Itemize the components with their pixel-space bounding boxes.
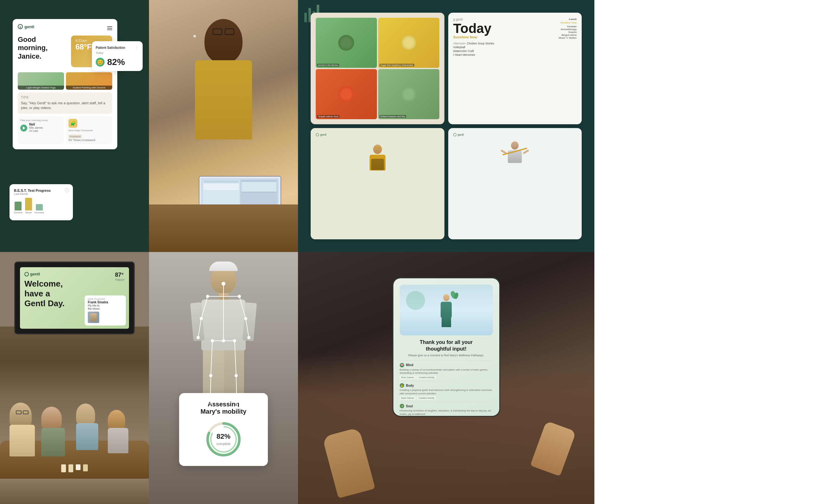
- gentl-logo-small-2: gentl: [453, 133, 577, 136]
- tv-logo: gentl: [25, 271, 125, 277]
- food-img-3: Teriyaki salmon bowl: [316, 69, 377, 119]
- person-card-2: gentl: [448, 128, 582, 240]
- bar-increase: Increase: [35, 204, 44, 214]
- mind-brain-games-btn[interactable]: Brain Games: [400, 376, 416, 379]
- food-img-4: Grilled tomatoes and feta: [378, 69, 439, 119]
- satisfaction-menu[interactable]: ⋮: [134, 45, 139, 50]
- body-desc: Creating a physical guide that balances …: [400, 389, 493, 395]
- bar-decline-label: Decline: [14, 211, 23, 214]
- man-laptop-photo: [149, 0, 298, 252]
- thank-you-subtitle: Please give us a moment to find Mary's W…: [400, 354, 493, 357]
- today-card: g gentl Today Sunshine Now Lunch Sunshin…: [448, 13, 582, 124]
- crossword-sub: NY Times Crossword: [69, 138, 110, 142]
- food-label-1: served in the kitchen: [317, 64, 339, 67]
- crossword-status: Unplayed: [69, 135, 82, 138]
- cell-bottom-right: Thank you for all yourthoughtful input! …: [298, 252, 594, 504]
- wellness-soul: ✨ Soul Introducing reminders of laughter…: [400, 402, 493, 417]
- mockup-collage: served in the kitchen Sugar-free raspber…: [298, 0, 594, 252]
- lunch-snacks: Snacks: [558, 31, 577, 34]
- progress-ring: 82% complete: [204, 420, 243, 458]
- mind-buttons: Brain Games Creative Activity: [400, 376, 493, 379]
- tip-label: Tips: [21, 95, 109, 100]
- cell-top-right: served in the kitchen Sugar-free raspber…: [298, 0, 594, 252]
- satisfaction-percent: 82%: [107, 57, 125, 67]
- mini-card-music[interactable]: Play your morning music Neil Ells James …: [18, 116, 64, 144]
- lunch-highlight: Sunshine Now: [558, 21, 577, 24]
- lunch-label: Lunch: [558, 18, 577, 20]
- bar-increase-label: Increase: [35, 211, 44, 214]
- tv-content: gentl 87° TODAY Welcome,have aGentl Day.…: [20, 267, 129, 329]
- tv-screen: gentl 87° TODAY Welcome,have aGentl Day.…: [14, 261, 135, 334]
- gentl-logo: g gentl: [18, 24, 34, 29]
- tv-temp-unit: TODAY: [115, 278, 125, 282]
- body-creative-btn[interactable]: Creative Activity: [417, 396, 436, 400]
- best-test-card: i B.E.S.T. Test Progress Last Month Decl…: [9, 184, 73, 220]
- food-img-1: served in the kitchen: [316, 18, 377, 68]
- music-song-line2: At Last: [29, 129, 43, 132]
- activity-label-yoga: Light-Weight Seated Yoga: [18, 86, 64, 90]
- body-label: Body: [406, 384, 414, 387]
- music-artist: Neil: [29, 123, 43, 126]
- tablet-content: Thank you for all yourthoughtful input! …: [298, 252, 594, 504]
- wellness-mind: 🧠 Mind Building a variety of connections…: [400, 361, 493, 379]
- mini-card-crossword[interactable]: 🧩 New Daily Crossword Unplayed NY Times …: [66, 116, 112, 144]
- tv-temperature: 87° TODAY: [115, 271, 125, 282]
- mobility-content: AssessingMary's mobility 82% complete: [149, 252, 298, 504]
- wellness-sections: 🧠 Mind Building a variety of connections…: [400, 361, 493, 417]
- tablet-device: Thank you for all yourthoughtful input! …: [392, 277, 500, 417]
- app-name: gentl: [25, 25, 34, 29]
- mobility-complete-label: complete: [216, 442, 231, 446]
- now-playing-song: Fly Me tothe Moon: [88, 304, 123, 310]
- satisfaction-emoji: 😊: [96, 58, 105, 67]
- thank-you-text: Thank you for all yourthoughtful input!: [400, 339, 493, 352]
- thank-you-illustration: [400, 285, 493, 335]
- mind-icon: 🧠: [400, 363, 404, 367]
- crossword-label: New Daily Crossword: [69, 129, 110, 132]
- music-card-label: Play your morning music: [20, 119, 61, 122]
- best-subtitle: Last Month: [14, 193, 69, 196]
- activity-thumb-yoga[interactable]: Light-Weight Seated Yoga: [18, 72, 64, 90]
- body-brain-games-btn[interactable]: Brain Games: [400, 396, 416, 400]
- tablet-screen: Thank you for all yourthoughtful input! …: [394, 278, 499, 416]
- best-bars: Decline Same Increase: [14, 198, 69, 214]
- mind-label: Mind: [406, 363, 413, 367]
- bar-same-label: Same: [25, 211, 32, 214]
- soul-label: Soul: [406, 405, 413, 408]
- woman-silhouette: [149, 252, 298, 504]
- satisfaction-subtitle: Today: [96, 51, 139, 54]
- menu-icon[interactable]: [107, 26, 112, 30]
- bar-decline: Decline: [14, 202, 23, 214]
- progress-center: 82% complete: [216, 432, 231, 446]
- mobility-card: AssessingMary's mobility 82% complete: [179, 393, 268, 466]
- activity-thumb-paint[interactable]: Guided Painting with Deserie: [66, 72, 112, 90]
- food-card: served in the kitchen Sugar-free raspber…: [310, 13, 445, 124]
- music-song-line1: Ells James: [29, 126, 43, 129]
- lunch-music: Music 'n' Motion: [558, 36, 577, 39]
- main-grid: g gentl 8:22am 68°F ☀️ Good morning,Jani…: [0, 0, 828, 504]
- mobility-title: AssessingMary's mobility: [187, 401, 260, 415]
- seniors-group-content: gentl 87° TODAY Welcome,have aGentl Day.…: [0, 252, 149, 504]
- mini-cards-row: Play your morning music Neil Ells James …: [18, 116, 112, 144]
- today-heading: Today: [453, 22, 492, 35]
- food-label-4: Grilled tomatoes and feta: [379, 115, 406, 118]
- best-title: B.E.S.T. Test Progress: [14, 188, 69, 193]
- food-images: served in the kitchen Sugar-free raspber…: [316, 18, 439, 119]
- now-playing-thumb: [88, 311, 99, 323]
- satisfaction-card: Patient Satisfaction ⋮ Today 😊 82%: [92, 41, 143, 71]
- mind-desc: Building a variety of connections/brain …: [400, 368, 493, 375]
- now-playing-artist: Frank Sinatra: [88, 300, 123, 304]
- now-playing-label: NOW PLAYING: [88, 298, 123, 300]
- tip-box: Tips Say, "Hey Gentl" to ask me a questi…: [18, 92, 112, 114]
- activity-row: Light-Weight Seated Yoga Guided Painting…: [18, 72, 112, 90]
- soul-icon: ✨: [400, 404, 404, 408]
- food-label-2: Sugar-free raspberry cheesecake: [379, 64, 414, 67]
- mind-creative-btn[interactable]: Creative Activity: [417, 376, 436, 379]
- logo-icon: g: [18, 24, 23, 29]
- tv-app-name: gentl: [30, 271, 40, 277]
- mobility-percent: 82%: [216, 432, 231, 440]
- wellness-body: 💪 Body Creating a physical guide that ba…: [400, 381, 493, 400]
- person-card-1: gentl: [310, 128, 445, 240]
- best-info-button[interactable]: i: [65, 188, 69, 193]
- play-button[interactable]: [20, 125, 27, 132]
- cell-bottom-middle: AssessingMary's mobility 82% complete: [149, 252, 298, 504]
